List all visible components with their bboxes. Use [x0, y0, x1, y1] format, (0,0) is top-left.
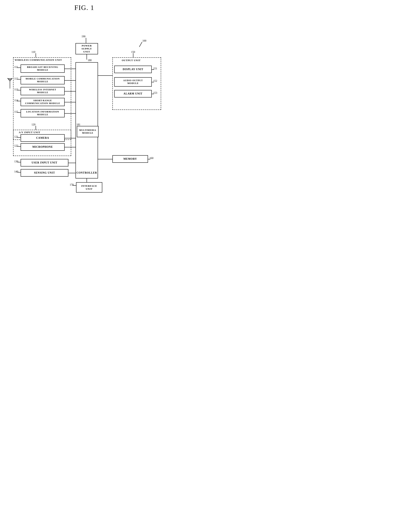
antenna-icon — [7, 77, 13, 89]
power-supply-unit-box: POWER SUPPLY UNIT — [75, 43, 98, 54]
audio-output-box: AUDIO OUTPUT MODULE — [114, 77, 152, 87]
broadcast-module-box: BROADCAST RECEIVING MODULE — [21, 64, 65, 73]
ref-112: 112 — [14, 77, 18, 80]
short-range-box: SHORT-RANGE COMMUNICATION MODULE — [21, 98, 65, 106]
ref-130: 130 — [14, 160, 18, 163]
ref-121: 121 — [14, 135, 18, 138]
multimedia-module-box: MULTIMEDIA MODULE — [77, 126, 98, 137]
ref-181: 181 — [76, 123, 80, 126]
wireless-comm-label: WIRELESS COMMUNICATION UNIT — [15, 59, 62, 61]
ref-113: 113 — [14, 88, 18, 91]
ref-120: 120 — [31, 123, 35, 126]
output-unit-label: OUTPUT UNIT — [122, 59, 141, 62]
display-unit-box: DISPLAY UNIT — [114, 66, 152, 73]
microphone-box: MICROPHONE — [21, 143, 65, 151]
ref-122: 122 — [14, 144, 18, 147]
av-input-label: A/V INPUT UNIT — [19, 131, 40, 134]
ref-170: 170 — [70, 183, 74, 186]
camera-box: CAMERA — [21, 134, 65, 142]
ref-111: 111 — [14, 66, 18, 69]
wireless-internet-box: WIRELESS INTERNET MODULE — [21, 87, 65, 95]
controller-box: CONTROLLER — [75, 62, 98, 178]
user-input-box: USER INPUT UNIT — [21, 159, 68, 167]
sensing-unit-box: SENSING UNIT — [21, 169, 68, 177]
ref-115: 115 — [14, 110, 18, 114]
alarm-unit-box: ALARM UNIT — [114, 90, 152, 98]
ref-180: 180 — [88, 59, 92, 62]
ref-190: 190 — [82, 35, 85, 38]
mobile-comm-box: MOBILE COMMUNICATION MODULE — [21, 76, 65, 84]
ref-114: 114 — [14, 99, 18, 102]
page-title: FIG. 1 — [4, 4, 165, 12]
ref-100: 100 — [142, 39, 146, 42]
memory-box: MEMORY — [112, 155, 148, 163]
location-info-box: LOCATION INFORMATION MODULE — [21, 109, 65, 117]
interface-unit-box: INTERFACE UNIT — [76, 182, 102, 192]
ref-140: 140 — [14, 170, 18, 173]
ref-110: 110 — [31, 51, 35, 54]
diagram: 100 190 POWER SUPPLY UNIT 180 CONTROLLER… — [4, 19, 165, 203]
